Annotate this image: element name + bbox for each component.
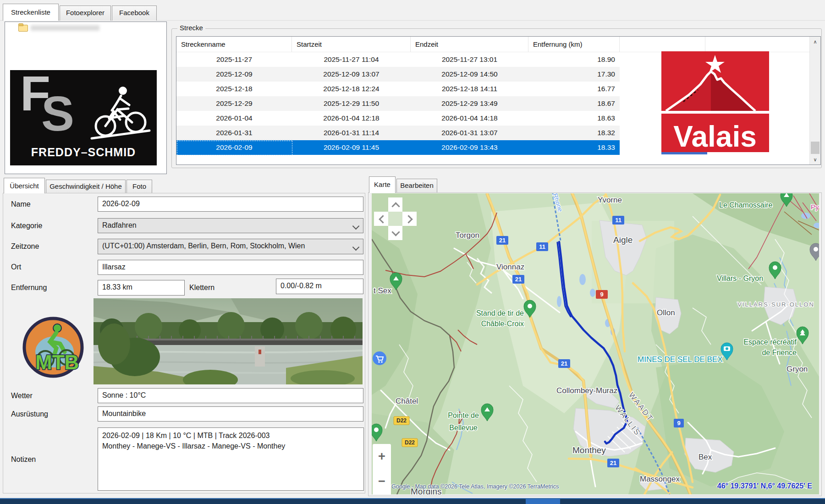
- svg-text:Espace récréatif: Espace récréatif: [743, 338, 797, 346]
- table-row[interactable]: 2026-01-042026-01-04 12:182026-01-04 14:…: [176, 111, 620, 126]
- table-cell: 18.32: [528, 129, 620, 137]
- table-cell: 2026-02-09 11:45: [292, 143, 411, 152]
- fs-logo: F S FREDDY–SCHMID: [10, 70, 157, 165]
- column-header-empty-1[interactable]: [620, 37, 705, 52]
- ausruestung-input[interactable]: Mountainbike: [98, 406, 363, 422]
- column-header-endzeit[interactable]: Endzeit: [411, 37, 528, 52]
- kategorie-select[interactable]: Radfahren: [98, 218, 363, 233]
- column-header-entfernung[interactable]: Entfernung (km): [528, 37, 620, 52]
- table-cell: 2026-01-31 13:07: [411, 129, 528, 137]
- table-cell: 2025-12-29 11:50: [292, 99, 411, 108]
- svg-text:Le Chamossaire: Le Chamossaire: [719, 201, 773, 209]
- tab-facebook[interactable]: Facebook: [112, 5, 157, 21]
- tab-uebersicht[interactable]: Übersicht: [4, 178, 45, 193]
- table-cell: 2025-11-27 11:04: [292, 55, 411, 64]
- table-cell: 2026-01-31: [176, 129, 292, 137]
- tree-item-blurred[interactable]: [31, 25, 99, 31]
- athlete-panel: F S FREDDY–SCHMID: [5, 22, 167, 174]
- notizen-textarea[interactable]: 2026-02-09 | 18 Km | 10 °C | MTB | Track…: [98, 427, 364, 491]
- entfernung-label: Entfernung: [11, 284, 47, 292]
- svg-text:t Sex: t Sex: [374, 286, 391, 295]
- table-cell: 2025-11-27 13:01: [411, 55, 528, 64]
- route-table-header: Streckenname Startzeit Endzeit Entfernun…: [176, 37, 820, 52]
- cyclist-icon: [88, 78, 152, 142]
- svg-text:11: 11: [615, 217, 622, 224]
- svg-text:Bellevue: Bellevue: [449, 424, 477, 432]
- svg-text:Ollon: Ollon: [657, 308, 675, 317]
- svg-text:11: 11: [539, 243, 545, 250]
- table-cell: 16.77: [528, 85, 620, 93]
- entfernung-input[interactable]: 18.33 km: [98, 280, 185, 296]
- zoom-in-button[interactable]: +: [373, 449, 391, 464]
- svg-text:MINES DE SEL DE BEX: MINES DE SEL DE BEX: [638, 355, 722, 364]
- svg-text:21: 21: [499, 237, 506, 244]
- tab-fotoexplorer[interactable]: Fotoexplorer: [60, 5, 111, 21]
- column-header-empty-2[interactable]: [705, 37, 802, 52]
- app-window: { "tabs": { "main": ["Streckenliste", "F…: [0, 0, 825, 504]
- folder-icon[interactable]: [18, 25, 28, 32]
- table-cell: 2025-12-09: [176, 70, 292, 78]
- name-input[interactable]: 2026-02-09: [98, 197, 363, 212]
- table-row[interactable]: 2025-12-182025-12-18 12:242025-12-18 14:…: [176, 82, 620, 96]
- tab-bearbeiten[interactable]: Bearbeiten: [396, 179, 437, 193]
- strecke-group-label: Strecke: [177, 24, 205, 32]
- table-scrollbar[interactable]: ∧ ∨: [809, 37, 820, 164]
- svg-text:VILLARS-SUR-OLLON: VILLARS-SUR-OLLON: [737, 301, 814, 308]
- table-cell: 2025-12-29: [176, 99, 292, 108]
- svg-text:de Frience: de Frience: [762, 349, 797, 356]
- table-cell: 2025-11-27: [176, 55, 292, 64]
- valais-logo: Valais: [661, 51, 769, 154]
- table-row[interactable]: 2025-12-092025-12-09 13:072025-12-09 14:…: [176, 67, 620, 82]
- notizen-line1: 2026-02-09 | 18 Km | 10 °C | MTB | Track…: [102, 430, 359, 441]
- svg-text:Pointe de: Pointe de: [448, 411, 479, 419]
- kategorie-label: Kategorie: [11, 222, 43, 230]
- svg-text:Châble-Croix: Châble-Croix: [481, 320, 524, 328]
- svg-text:Collombey-Muraz: Collombey-Muraz: [556, 386, 617, 395]
- fs-logo-name: FREDDY–SCHMID: [10, 146, 157, 159]
- table-row[interactable]: 2025-11-272025-11-27 11:042025-11-27 13:…: [176, 52, 620, 67]
- svg-text:Py: Py: [811, 203, 819, 211]
- column-header-startzeit[interactable]: Startzeit: [292, 37, 411, 52]
- svg-text:Massongex: Massongex: [640, 475, 680, 483]
- scrollbar-down-icon[interactable]: ∨: [810, 154, 820, 164]
- tab-karte[interactable]: Karte: [369, 176, 396, 193]
- svg-text:Torgon: Torgon: [456, 231, 479, 240]
- table-cell: 2026-01-04 14:18: [411, 114, 528, 122]
- tab-foto[interactable]: Foto: [126, 180, 152, 193]
- valais-logo-text: Valais: [673, 120, 757, 153]
- scrollbar-thumb[interactable]: [811, 142, 820, 154]
- pan-center[interactable]: [388, 212, 402, 226]
- table-row[interactable]: 2025-12-292025-12-29 11:502025-12-29 13:…: [176, 96, 620, 111]
- mtb-logo-text: MTB: [35, 351, 79, 373]
- wetter-input[interactable]: Sonne : 10°C: [98, 388, 363, 403]
- taskbar[interactable]: [0, 498, 825, 504]
- map-pan-control: [374, 197, 417, 240]
- tab-geschwindigkeit-hoehe[interactable]: Geschwindigkeit / Höhe: [46, 180, 126, 193]
- ort-label: Ort: [11, 263, 21, 271]
- mtb-logo: MTB: [22, 315, 85, 379]
- svg-text:D22: D22: [396, 417, 407, 424]
- svg-text:21: 21: [610, 460, 616, 466]
- table-cell: 2025-12-09 13:07: [292, 70, 411, 78]
- table-row[interactable]: 2026-01-312026-01-31 11:142026-01-31 13:…: [176, 126, 620, 140]
- ort-input[interactable]: Illarsaz: [98, 260, 363, 275]
- zoom-out-button[interactable]: −: [373, 474, 391, 488]
- uebersicht-page: Name 2026-02-09 Kategorie Radfahren Zeit…: [3, 193, 365, 493]
- table-cell: 18.90: [528, 55, 620, 64]
- svg-text:9: 9: [677, 420, 680, 427]
- map[interactable]: 21 21 21 21 11 11 9 9 D22 D22: [372, 193, 819, 494]
- zeitzone-select[interactable]: (UTC+01:00) Amsterdam, Berlin, Bern, Rom…: [98, 239, 363, 254]
- table-cell: 18.67: [528, 99, 620, 108]
- ausruestung-label: Ausrüstung: [11, 410, 48, 418]
- tab-streckenliste[interactable]: Streckenliste: [3, 4, 59, 21]
- column-header-streckenname[interactable]: Streckenname: [176, 37, 292, 52]
- scrollbar-up-icon[interactable]: ∧: [810, 37, 820, 47]
- name-label: Name: [11, 200, 31, 208]
- svg-text:Vionnaz: Vionnaz: [496, 263, 524, 271]
- svg-text:Châtel: Châtel: [396, 397, 418, 405]
- taskbar-active-item[interactable]: [526, 499, 560, 504]
- table-row[interactable]: 2026-02-092026-02-09 11:452026-02-09 13:…: [176, 140, 620, 155]
- klettern-input[interactable]: 0.00/-0.82 m: [276, 279, 363, 294]
- table-cell: 18.33: [528, 143, 620, 152]
- table-cell: 2026-01-04: [176, 114, 292, 122]
